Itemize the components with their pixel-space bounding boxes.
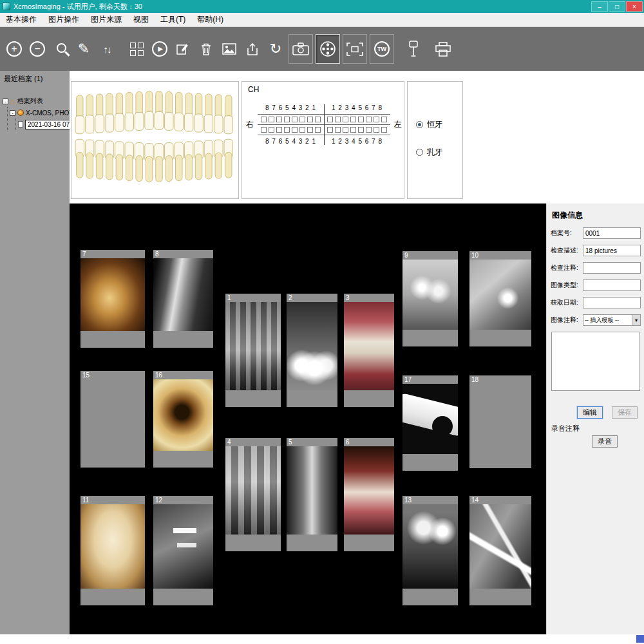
tooth-checkbox[interactable]	[358, 127, 364, 133]
tooth-checkbox[interactable]	[343, 127, 348, 133]
thumbnail-8[interactable]: 8	[153, 250, 213, 348]
thumbnail-2[interactable]: 2	[287, 294, 337, 407]
annotation-textarea[interactable]	[551, 332, 640, 391]
camera-icon[interactable]	[289, 34, 313, 64]
tooth-checkbox[interactable]	[343, 117, 348, 122]
zoom-in-icon[interactable]: +	[3, 33, 26, 65]
thumbnail-image	[344, 446, 394, 535]
tooth-checkbox[interactable]	[374, 127, 379, 133]
field-input-1[interactable]	[583, 245, 641, 256]
resize-grip[interactable]	[636, 635, 644, 643]
menu-item-3[interactable]: 视图	[128, 12, 155, 27]
tooth-checkbox[interactable]	[276, 117, 282, 122]
tooth-checkbox[interactable]	[292, 127, 298, 133]
thumbnail-17[interactable]: 17	[402, 375, 458, 471]
thumbnail-4[interactable]: 4	[225, 438, 281, 551]
sort-arrows-icon[interactable]: ↑↓	[95, 33, 118, 65]
thumbnail-number: 8	[155, 250, 159, 258]
thumbnail-3[interactable]: 3	[344, 294, 394, 407]
tree-item-archive-list[interactable]: - ⌂ 档案列表	[3, 95, 70, 107]
trash-icon[interactable]	[194, 33, 218, 65]
tooth-checkbox[interactable]	[299, 117, 305, 122]
film-reel-icon[interactable]	[316, 34, 340, 64]
tooth-checkbox[interactable]	[269, 127, 274, 133]
tooth-checkbox[interactable]	[335, 117, 341, 122]
maximize-button[interactable]: □	[609, 1, 625, 12]
export-icon[interactable]	[241, 33, 264, 65]
pencil-icon[interactable]: ✎	[72, 33, 95, 65]
field-input-0[interactable]	[583, 227, 641, 239]
field-input-3[interactable]	[583, 279, 641, 291]
template-select[interactable]: -- 插入模板 -- ▾	[583, 314, 641, 326]
radio-permanent-teeth[interactable]: 恒牙	[416, 119, 462, 130]
tooth-checkbox[interactable]	[299, 127, 305, 133]
tooth-checkbox[interactable]	[381, 127, 387, 133]
thumbnail-1[interactable]: 1	[225, 294, 281, 407]
thumbnail-10[interactable]: 10	[469, 251, 531, 346]
thumbnail-image	[469, 260, 531, 330]
image-icon[interactable]	[218, 33, 241, 65]
tooth-checkbox[interactable]	[292, 117, 298, 122]
thumbnail-7[interactable]: 7	[80, 250, 145, 348]
record-button[interactable]: 录音	[592, 435, 618, 448]
tooth-checkbox[interactable]	[381, 117, 387, 122]
tooth-checkbox[interactable]	[366, 127, 372, 133]
printer-icon[interactable]	[431, 33, 455, 65]
thumbnail-15[interactable]: 15	[80, 371, 145, 468]
thumbnail-14[interactable]: 14	[469, 496, 531, 605]
minimize-button[interactable]: –	[591, 1, 608, 12]
thumbnail-16[interactable]: 16	[153, 371, 213, 468]
zoom-out-icon[interactable]: −	[26, 33, 49, 65]
tooth-checkbox[interactable]	[284, 127, 290, 133]
menu-item-2[interactable]: 图片来源	[85, 12, 128, 27]
capture-frame-icon[interactable]	[343, 34, 367, 64]
tooth-checkbox[interactable]	[269, 117, 274, 122]
tooth-checkbox[interactable]	[261, 127, 267, 133]
thumbnail-11[interactable]: 11	[80, 496, 145, 605]
tooth-checkbox[interactable]	[327, 117, 333, 122]
tree-item-patient[interactable]: - X-CMOS, PHOTON	[10, 107, 70, 118]
tooth-checkbox[interactable]	[350, 127, 356, 133]
menu-item-1[interactable]: 图片操作	[43, 12, 85, 27]
menu-item-4[interactable]: 工具(T)	[155, 12, 191, 27]
play-icon[interactable]: ▶	[148, 33, 171, 65]
menu-item-5[interactable]: 帮助(H)	[191, 12, 229, 27]
field-input-2[interactable]	[583, 262, 641, 274]
menu-item-0[interactable]: 基本操作	[0, 12, 43, 27]
close-button[interactable]: ×	[626, 1, 643, 12]
tree-item-study-date[interactable]: 2021-03-16 07:53:59	[18, 118, 70, 130]
tooth-checkbox[interactable]	[307, 117, 313, 122]
thumbnail-9[interactable]: 9	[402, 251, 458, 346]
thumbnail-grid-icon[interactable]	[125, 33, 148, 65]
tooth-checkbox[interactable]	[366, 117, 372, 122]
tooth-checkbox[interactable]	[315, 117, 321, 122]
tooth-checkbox[interactable]	[307, 127, 313, 133]
tooth-checkbox[interactable]	[315, 127, 321, 133]
search-icon[interactable]	[49, 33, 72, 65]
tooth-checkbox[interactable]	[327, 127, 333, 133]
field-input-4[interactable]	[583, 297, 641, 308]
thumbnail-18[interactable]: 18	[469, 375, 531, 468]
tooth-checkbox[interactable]	[374, 117, 379, 122]
collapse-icon[interactable]: -	[10, 110, 15, 116]
edit-note-icon[interactable]	[171, 33, 194, 65]
tooth-checkbox[interactable]	[261, 117, 267, 122]
thumbnail-12[interactable]: 12	[153, 496, 213, 605]
tw-icon[interactable]: TW	[370, 34, 394, 64]
radio-deciduous-teeth[interactable]: 乳牙	[416, 147, 462, 158]
sensor-icon[interactable]	[402, 33, 425, 65]
save-button[interactable]: 保存	[612, 406, 638, 419]
tooth-checkbox[interactable]	[284, 117, 290, 122]
tooth-checkbox[interactable]	[276, 127, 282, 133]
thumbnail-5[interactable]: 5	[287, 438, 337, 551]
thumbnail-13[interactable]: 13	[402, 496, 458, 605]
refresh-icon[interactable]: ↻	[264, 33, 287, 65]
tooth-checkbox[interactable]	[335, 127, 341, 133]
collapse-icon[interactable]: -	[3, 99, 8, 104]
edit-button[interactable]: 编辑	[577, 406, 603, 419]
thumbnail-number: 13	[404, 496, 412, 504]
tooth-checkbox[interactable]	[350, 117, 356, 122]
tooth-checkbox[interactable]	[358, 117, 364, 122]
thumbnail-6[interactable]: 6	[344, 438, 394, 551]
thumbnail-number: 18	[471, 375, 478, 384]
